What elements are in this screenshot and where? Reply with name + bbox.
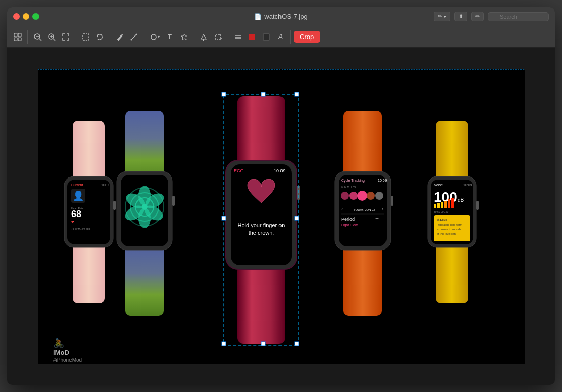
shapes-dropdown-button[interactable]: ▾ [147, 30, 162, 44]
svg-rect-98 [451, 198, 454, 208]
svg-text:TODAY, JUN 22: TODAY, JUN 22 [354, 208, 375, 211]
markup-button[interactable]: ✏ [471, 12, 484, 21]
svg-rect-40 [125, 111, 164, 182]
svg-text:Hold your finger on: Hold your finger on [238, 222, 285, 228]
svg-rect-24 [249, 34, 255, 40]
svg-text:at this level can: at this level can [437, 232, 456, 235]
fill-color-button[interactable] [245, 30, 259, 44]
svg-rect-18 [216, 34, 221, 40]
svg-text:dB: dB [458, 197, 464, 203]
svg-rect-17 [203, 39, 204, 41]
rect-select-button[interactable] [79, 30, 92, 44]
crop-region-button[interactable] [212, 30, 225, 44]
svg-text:30  60  90  120: 30 60 90 120 [434, 210, 448, 213]
svg-rect-113 [295, 342, 299, 346]
svg-text:❤: ❤ [71, 220, 74, 224]
svg-line-8 [53, 39, 55, 41]
svg-rect-94 [437, 203, 440, 208]
svg-text:10:09: 10:09 [463, 183, 472, 187]
traffic-lights [13, 13, 39, 20]
svg-text:⚠ Loud: ⚠ Loud [437, 218, 448, 221]
svg-rect-112 [295, 216, 299, 220]
svg-text:Noise: Noise [434, 183, 443, 187]
share-button[interactable]: ⬆ [454, 12, 467, 21]
svg-rect-84 [436, 121, 468, 182]
svg-rect-115 [222, 342, 226, 346]
svg-rect-28 [73, 242, 105, 303]
svg-rect-95 [441, 202, 443, 208]
zoom-in-button[interactable] [45, 30, 58, 44]
file-icon: 📄 [254, 13, 262, 20]
view-tools [11, 30, 28, 44]
svg-point-75 [367, 192, 375, 200]
main-window: 📄 watchOS-7.jpg ✏ ▾ ⬆ ✏ [7, 7, 555, 385]
toolbar: ▾ T A C [7, 26, 555, 48]
zoom-out-button[interactable] [31, 30, 44, 44]
svg-rect-64 [343, 111, 382, 182]
select-tools [79, 30, 110, 44]
text-button[interactable]: T [163, 30, 177, 44]
svg-rect-97 [448, 199, 450, 208]
svg-rect-27 [73, 121, 105, 182]
titlebar: 📄 watchOS-7.jpg ✏ ▾ ⬆ ✏ [7, 7, 555, 26]
svg-text:Repeated, long-term: Repeated, long-term [437, 223, 463, 226]
crop-button[interactable]: Crop [294, 31, 320, 43]
svg-rect-110 [261, 92, 265, 96]
svg-rect-67 [391, 196, 393, 206]
line-button[interactable] [127, 30, 140, 44]
svg-rect-111 [295, 92, 299, 96]
svg-rect-109 [222, 92, 226, 96]
minimize-button[interactable] [23, 13, 29, 20]
svg-rect-1 [18, 33, 21, 37]
svg-rect-25 [263, 34, 269, 40]
svg-rect-114 [261, 342, 265, 346]
svg-text:iMoD: iMoD [53, 349, 69, 357]
svg-text:75 BPM, 2m ago: 75 BPM, 2m ago [71, 227, 90, 230]
svg-text:Period: Period [341, 217, 355, 222]
svg-rect-41 [125, 245, 164, 316]
svg-rect-87 [476, 201, 479, 210]
svg-text:10:09: 10:09 [101, 183, 111, 187]
svg-text:the crown.: the crown. [249, 230, 274, 236]
svg-rect-93 [434, 204, 436, 208]
search-wrapper [488, 12, 549, 21]
lasso-button[interactable] [93, 30, 107, 44]
pencil-dropdown-button[interactable]: ✏ ▾ [434, 12, 450, 21]
border-color-button[interactable] [260, 30, 273, 44]
svg-rect-43 [172, 196, 175, 206]
crop-group: Crop [294, 31, 323, 43]
svg-text:🚴: 🚴 [53, 338, 65, 349]
svg-text:Cycle Tracking: Cycle Tracking [341, 179, 365, 183]
svg-text:S  S  M  T  W: S S M T W [341, 185, 356, 188]
svg-rect-2 [14, 38, 17, 41]
svg-rect-30 [113, 201, 116, 210]
svg-text:ECG: ECG [234, 168, 244, 173]
search-input[interactable] [488, 12, 549, 21]
arrange-button[interactable] [231, 30, 244, 44]
fill-tools [197, 30, 228, 44]
svg-text:#iPhoneMod: #iPhoneMod [53, 357, 82, 363]
svg-text:68: 68 [71, 209, 81, 219]
svg-text:Light Flow: Light Flow [341, 223, 358, 227]
svg-rect-0 [14, 33, 17, 37]
shape-tools: ▾ T [147, 30, 194, 44]
view-toggle-button[interactable] [11, 30, 24, 44]
fill-button[interactable] [197, 30, 210, 44]
canvas-area[interactable]: Current 10:09 👤 Heart Rate 68 ❤ 75 BPM, … [7, 48, 555, 385]
close-button[interactable] [13, 13, 20, 20]
pencil-button[interactable] [113, 30, 126, 44]
svg-text:+: + [375, 215, 379, 222]
text-style-button[interactable]: A [274, 30, 287, 44]
svg-rect-85 [436, 242, 468, 303]
svg-text:›: › [382, 206, 383, 212]
svg-rect-96 [444, 201, 447, 208]
svg-point-76 [375, 192, 383, 200]
svg-text:exposure to sounds: exposure to sounds [437, 228, 461, 231]
fullscreen-button[interactable] [32, 13, 39, 20]
svg-text:10:09: 10:09 [274, 168, 286, 173]
format-tools: A [231, 30, 291, 44]
stamp-button[interactable] [178, 30, 191, 44]
svg-text:10:09: 10:09 [378, 179, 387, 182]
svg-point-15 [151, 34, 156, 40]
fit-window-button[interactable] [59, 30, 73, 44]
